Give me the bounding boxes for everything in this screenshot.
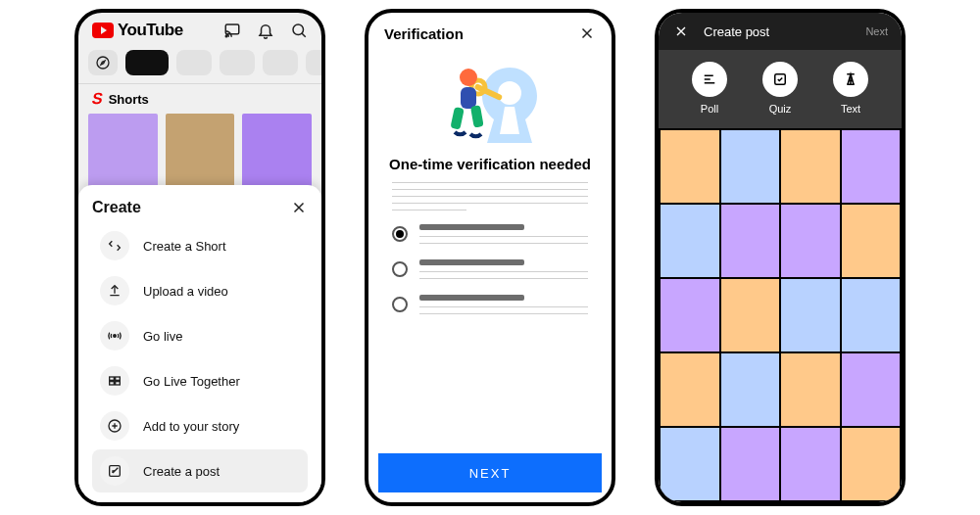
youtube-wordmark: YouTube [118,21,183,40]
svg-point-2 [293,24,304,35]
svg-rect-14 [461,87,476,109]
category-chip[interactable] [263,50,298,75]
go-live-together-item[interactable]: Go Live Together [92,359,308,402]
post-type-quiz[interactable]: Quiz [762,62,798,115]
go-live-item[interactable]: Go live [92,314,308,357]
shorts-section-header[interactable]: S Shorts [78,84,321,114]
background-color-tile[interactable] [842,353,901,426]
background-color-tile[interactable] [781,279,840,351]
background-color-tile[interactable] [721,205,780,277]
shorts-create-icon [100,231,129,260]
header-icon-row [223,22,308,39]
broadcast-icon [100,321,129,351]
create-option-label: Upload a video [143,284,228,299]
background-color-tile[interactable] [721,428,780,500]
radio-selected-icon[interactable] [392,226,408,242]
text-icon [833,62,868,97]
svg-rect-8 [116,382,121,385]
background-color-tile[interactable] [721,353,780,426]
category-chip[interactable] [306,50,325,75]
background-color-tile[interactable] [842,428,901,500]
background-color-tile[interactable] [781,130,840,203]
phone-verification: Verification One-time verification neede… [365,9,615,506]
create-bottom-sheet: Create Create a Short Upload a video [78,185,321,502]
create-post-title: Create post [704,24,769,39]
background-color-tile[interactable] [842,205,901,277]
post-type-label: Quiz [769,103,792,115]
youtube-top-bar: YouTube [78,13,321,44]
background-color-tile[interactable] [721,279,780,351]
phone-create-post: Create post Next Poll Quiz Tex [655,9,906,506]
close-icon[interactable] [672,23,690,40]
youtube-logo[interactable]: YouTube [92,21,183,40]
create-sheet-title: Create [92,199,141,216]
verification-header: Verification [368,13,612,54]
post-type-text[interactable]: Text [833,62,868,115]
search-icon[interactable] [290,22,308,39]
create-option-label: Create a Short [143,239,226,254]
create-short-item[interactable]: Create a Short [92,224,308,267]
compose-icon [100,456,129,486]
background-color-tile[interactable] [661,353,719,426]
category-chips-row[interactable] [78,44,321,84]
background-color-tile[interactable] [842,279,901,351]
next-link[interactable]: Next [865,25,888,37]
background-color-tile[interactable] [781,428,840,500]
create-option-label: Go live [143,329,182,344]
next-button-label: NEXT [469,466,512,481]
create-sheet-list: Create a Short Upload a video Go live Go… [92,224,308,492]
create-post-top: Create post Next Poll Quiz Tex [659,13,902,128]
background-color-tile[interactable] [842,130,901,203]
group-live-icon [100,366,129,396]
shorts-icon: S [90,90,104,108]
verification-option[interactable] [392,295,588,314]
bell-icon[interactable] [257,22,274,39]
svg-rect-6 [116,377,121,380]
color-background-grid[interactable] [659,128,902,502]
category-chip[interactable] [220,50,255,75]
explore-chip[interactable] [88,50,118,75]
svg-point-1 [225,35,227,37]
background-color-tile[interactable] [781,205,840,277]
add-circle-icon [100,411,129,441]
close-icon[interactable] [578,24,596,42]
verification-illustration [368,54,612,156]
create-option-label: Go Live Together [143,374,240,389]
create-option-label: Create a post [143,464,220,479]
poll-icon [692,62,727,97]
verification-option[interactable] [392,224,588,244]
upload-video-item[interactable]: Upload a video [92,269,308,312]
shorts-label-text: Shorts [109,92,149,107]
svg-point-3 [97,57,109,69]
post-type-row: Poll Quiz Text [659,50,902,128]
create-post-item[interactable]: Create a post [92,449,308,492]
background-color-tile[interactable] [721,130,780,203]
svg-rect-15 [450,107,464,130]
create-option-label: Add to your story [143,419,239,434]
cast-icon[interactable] [223,22,241,39]
category-chip[interactable] [176,50,212,75]
close-icon[interactable] [290,199,308,216]
svg-rect-16 [470,105,484,127]
post-type-label: Text [841,103,860,115]
svg-rect-5 [110,377,115,380]
background-color-tile[interactable] [661,205,719,277]
radio-icon[interactable] [392,261,408,277]
add-story-item[interactable]: Add to your story [92,404,308,447]
background-color-tile[interactable] [661,428,719,500]
verification-option[interactable] [392,259,588,279]
svg-rect-7 [110,382,115,385]
youtube-play-icon [92,23,114,38]
next-button[interactable]: NEXT [378,453,602,492]
background-color-tile[interactable] [661,279,719,351]
svg-point-13 [460,69,477,86]
verification-title: Verification [384,25,464,42]
quiz-icon [762,62,798,97]
chip-selected[interactable] [125,50,169,75]
radio-icon[interactable] [392,297,408,312]
verification-description-placeholder [368,182,612,211]
background-color-tile[interactable] [661,130,719,203]
post-type-poll[interactable]: Poll [692,62,727,115]
phone-youtube-home: YouTube [74,9,325,506]
background-color-tile[interactable] [781,353,840,426]
